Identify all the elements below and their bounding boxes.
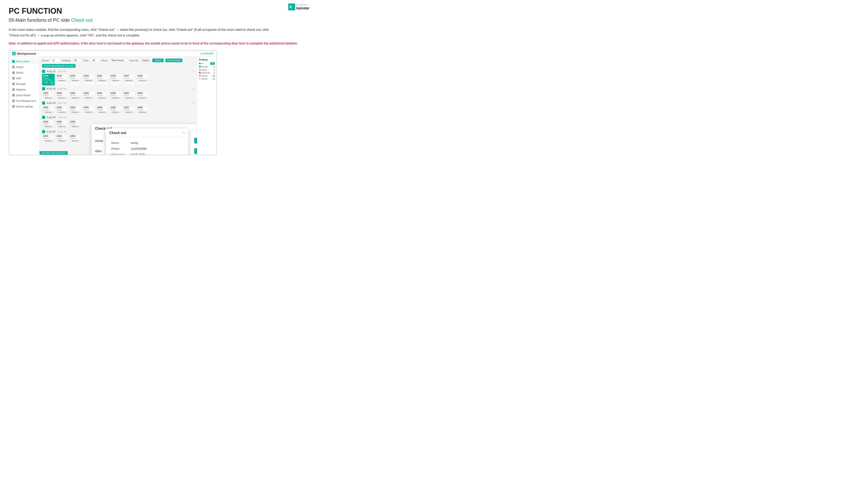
room-a101-checkin-btn[interactable]: Check in bbox=[43, 81, 49, 85]
room-a403-btn[interactable]: Bind lock bbox=[70, 126, 81, 128]
note: Note: In addition to applet and APP auth… bbox=[9, 41, 302, 46]
room-a207-btn[interactable]: Bind lock bbox=[124, 97, 134, 99]
search-button[interactable]: Search bbox=[152, 59, 164, 62]
sidebar-item-system-settings[interactable]: System settings bbox=[9, 104, 39, 109]
room-a308[interactable]: A308RentedBind lock bbox=[136, 105, 149, 114]
room-input[interactable]: Room Name bbox=[110, 59, 128, 62]
floor-4-more[interactable]: ··· bbox=[192, 116, 194, 119]
panel-item-all[interactable]: All 40 bbox=[199, 62, 215, 65]
room-a107[interactable]: A107 Rented Bind lock bbox=[123, 74, 135, 86]
room-a302[interactable]: A302RentedBind lock bbox=[56, 105, 68, 114]
room-a502-btn[interactable]: Bind lock bbox=[57, 140, 67, 142]
room-a104[interactable]: A104 Rented Bind lock bbox=[83, 74, 95, 86]
room-a305[interactable]: A305RentedBind lock bbox=[96, 105, 108, 114]
room-a103-btn1[interactable]: Bind lock bbox=[70, 79, 81, 82]
panel-item-abnormal[interactable]: Abnormal 0 bbox=[199, 72, 215, 74]
room-a202[interactable]: A202RentedBind lock bbox=[56, 91, 68, 100]
room-a202-btn[interactable]: Bind lock bbox=[57, 97, 67, 99]
room-a502[interactable]: A502RentedBind lock bbox=[56, 134, 68, 143]
cardno-input[interactable]: Cardno bbox=[141, 59, 151, 62]
floor-1-serial: Serial No: bbox=[58, 70, 67, 73]
room-a402-btn[interactable]: Bind lock bbox=[57, 126, 67, 128]
room-a501-btn[interactable]: Bind lock bbox=[43, 140, 54, 142]
sidebar-item-room-status[interactable]: Room status bbox=[9, 59, 39, 64]
room-a208-btn[interactable]: Bind lock bbox=[137, 97, 148, 99]
floor-2-more[interactable]: ··· ∨ bbox=[190, 87, 194, 90]
room-a303[interactable]: A303RentedBind lock bbox=[69, 105, 82, 114]
room-a102[interactable]: A102 Rented Bind lock bbox=[56, 74, 68, 86]
dialog2-name-value: sunny bbox=[131, 141, 138, 144]
room-a503[interactable]: A503RentedBind lock bbox=[69, 134, 82, 143]
sidebar-item-staff[interactable]: Staff bbox=[9, 75, 39, 81]
room-a102-btn1[interactable]: Bind lock bbox=[57, 79, 67, 82]
checkout-allen-button[interactable]: Check out bbox=[194, 148, 197, 154]
checkout-sunny-button[interactable]: Check out bbox=[194, 138, 197, 143]
sidebar-item-message[interactable]: Message bbox=[9, 81, 39, 87]
room-a204-btn[interactable]: Bind lock bbox=[84, 97, 94, 99]
room-a103[interactable]: A103 Rented Bind lock bbox=[69, 74, 82, 86]
room-a201[interactable]: A201RentedBind lock bbox=[42, 91, 55, 100]
dialog2-close-button[interactable]: × bbox=[183, 131, 185, 135]
panel-item-expire[interactable]: Expire 3 bbox=[199, 69, 215, 71]
house-select[interactable]: A bbox=[52, 59, 60, 62]
sidebar-item-device[interactable]: Device bbox=[9, 70, 39, 75]
subtitle: 05-Main functions of PC side Check out bbox=[9, 18, 307, 23]
room-a304-btn[interactable]: Bind lock bbox=[84, 111, 94, 113]
room-a108-btn1[interactable]: Bind lock bbox=[137, 79, 148, 82]
room-a106-btn1[interactable]: Bind lock bbox=[111, 79, 121, 82]
room-a204[interactable]: A204RentedBind lock bbox=[83, 91, 95, 100]
card-management-icon bbox=[12, 100, 15, 102]
room-a105[interactable]: A105 Rented Bind lock bbox=[96, 74, 108, 86]
room-a301-btn[interactable]: Bind lock bbox=[43, 111, 54, 113]
room-a401[interactable]: A401RentedBind lock bbox=[42, 120, 55, 128]
room-a101[interactable]: A101 Rented Out in 4 days Check in Bind … bbox=[42, 74, 55, 86]
room-a206[interactable]: A206RentedBind lock bbox=[110, 91, 122, 100]
room-a305-btn[interactable]: Bind lock bbox=[97, 111, 107, 113]
room-a307-btn[interactable]: Bind lock bbox=[124, 111, 134, 113]
room-a403[interactable]: A403RentedBind lock bbox=[69, 120, 82, 128]
room-a302-btn[interactable]: Bind lock bbox=[57, 111, 67, 113]
room-a205-btn[interactable]: Bind lock bbox=[97, 97, 107, 99]
sidebar-item-query-report[interactable]: Query Report bbox=[9, 92, 39, 98]
sidebar-item-statistics[interactable]: Statistics bbox=[9, 87, 39, 92]
room-a306-btn[interactable]: Bind lock bbox=[111, 111, 121, 113]
room-a308-btn[interactable]: Bind lock bbox=[137, 111, 148, 113]
floor-1-more[interactable]: ··· ∨ bbox=[190, 70, 194, 73]
panel-item-rented[interactable]: Rented 8 bbox=[199, 66, 215, 68]
handle-button[interactable]: Handle abnormal with one click bbox=[42, 64, 75, 68]
room-a207[interactable]: A207RentedBind lock bbox=[123, 91, 135, 100]
panel-item-nolock[interactable]: Nolock 22 bbox=[199, 78, 215, 80]
floor-3-more[interactable]: ··· ∨ bbox=[190, 101, 194, 104]
room-a201-btn[interactable]: Bind lock bbox=[43, 97, 54, 99]
room-a206-btn[interactable]: Bind lock bbox=[111, 97, 121, 99]
room-a303-btn[interactable]: Bind lock bbox=[70, 111, 81, 113]
panel-item-vacant[interactable]: Vacant 29 bbox=[199, 75, 215, 77]
room-a301[interactable]: A301RentedBind lock bbox=[42, 105, 55, 114]
building-select[interactable]: All bbox=[73, 59, 82, 62]
room-a304[interactable]: A304RentedBind lock bbox=[83, 105, 95, 114]
room-a208[interactable]: A208RentedBind lock bbox=[136, 91, 149, 100]
room-a203[interactable]: A203RentedBind lock bbox=[69, 91, 82, 100]
room-a105-btn1[interactable]: Bind lock bbox=[97, 79, 107, 82]
room-a205[interactable]: A205RentedBind lock bbox=[96, 91, 108, 100]
room-a307[interactable]: A307RentedBind lock bbox=[123, 105, 135, 114]
room-a107-btn1[interactable]: Bind lock bbox=[124, 79, 134, 82]
room-a108[interactable]: A108 Rented Bind lock bbox=[136, 74, 149, 86]
room-a401-btn[interactable]: Bind lock bbox=[43, 126, 54, 128]
room-a203-btn[interactable]: Bind lock bbox=[70, 97, 81, 99]
room-a402[interactable]: A402RentedBind lock bbox=[56, 120, 68, 128]
room-a101-bindlock-btn[interactable]: Bind lock bbox=[50, 81, 55, 85]
export-button[interactable]: Export listings bbox=[165, 59, 182, 62]
floor-5-label: A-A1-5F bbox=[47, 130, 56, 133]
sidebar-item-tenant[interactable]: Tenant bbox=[9, 64, 39, 70]
floor-4-serial: Serial No: bbox=[58, 116, 67, 119]
room-a106[interactable]: A106 Rented Bind lock bbox=[110, 74, 122, 86]
sidebar-item-card-management[interactable]: Card Management bbox=[9, 98, 39, 104]
room-a501[interactable]: A501RentedBind lock bbox=[42, 134, 55, 143]
nolock-dot bbox=[199, 78, 201, 79]
room-a503-btn[interactable]: Bind lock bbox=[70, 140, 81, 142]
room-a306[interactable]: A306RentedBind lock bbox=[110, 105, 122, 114]
room-a104-btn1[interactable]: Bind lock bbox=[84, 79, 94, 82]
floor-3-section: A-A1-3F Serial No: ··· ∨ A301RentedBind … bbox=[42, 101, 194, 114]
floor-select[interactable]: All bbox=[91, 59, 100, 62]
